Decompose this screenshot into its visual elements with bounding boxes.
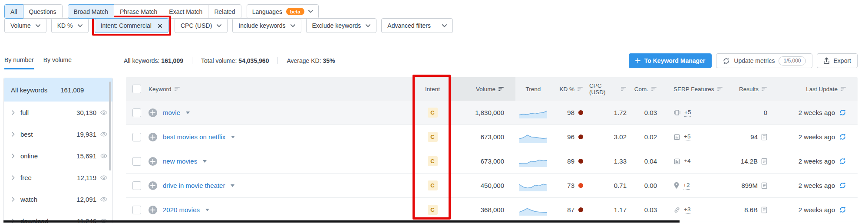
keyword-expand-icon[interactable] — [205, 209, 209, 211]
sort-icon[interactable] — [175, 87, 180, 92]
add-to-list-icon[interactable] — [149, 133, 157, 141]
volume-filter-dropdown[interactable]: Volume — [4, 18, 46, 33]
advanced-filters-dropdown[interactable]: Advanced filters — [381, 18, 453, 33]
tab-broad-match[interactable]: Broad Match — [68, 4, 114, 19]
kd-filter-dropdown[interactable]: KD % — [51, 18, 89, 33]
tab-questions[interactable]: Questions — [23, 4, 63, 19]
chevron-down-icon — [366, 24, 370, 27]
column-header-volume[interactable]: Volume — [450, 77, 515, 101]
refresh-metrics-icon[interactable] — [839, 109, 846, 116]
refresh-metrics-icon[interactable] — [839, 133, 846, 141]
trend-sparkline — [519, 180, 547, 191]
refresh-metrics-icon[interactable] — [839, 206, 846, 213]
tab-related[interactable]: Related — [208, 4, 241, 19]
eye-icon[interactable] — [100, 132, 107, 137]
results-value: 899M — [741, 182, 758, 189]
update-metrics-button[interactable]: Update metrics 1/5,000 — [716, 53, 812, 68]
serp-features-more-link[interactable]: +4 — [684, 157, 690, 165]
keyword-link[interactable]: new movies — [163, 157, 197, 165]
column-header-kd[interactable]: KD % — [551, 77, 589, 101]
kd-difficulty-dot — [578, 207, 583, 212]
export-icon — [823, 57, 830, 64]
eye-icon[interactable] — [100, 175, 107, 180]
column-header-intent[interactable]: Intent — [415, 77, 450, 101]
add-to-list-icon[interactable] — [149, 157, 157, 166]
group-count: 161,009 — [60, 86, 84, 94]
keyword-expand-icon[interactable] — [231, 184, 234, 187]
cpc-filter-dropdown[interactable]: CPC (USD) — [175, 18, 228, 33]
sidebar-item-free[interactable]: free 12,119 — [4, 167, 112, 188]
row-checkbox[interactable] — [132, 133, 141, 141]
sort-icon[interactable] — [578, 87, 583, 92]
results-value: 8.6B — [744, 206, 758, 213]
sidebar-item-full[interactable]: full 30,130 — [4, 102, 112, 123]
sort-icon[interactable] — [651, 87, 657, 92]
keyword-magic-tool-page: All Questions Broad Match Phrase Match E… — [0, 0, 868, 223]
tab-by-number[interactable]: By number — [4, 56, 34, 69]
eye-icon[interactable] — [100, 110, 107, 115]
close-icon[interactable] — [158, 23, 162, 28]
column-header-keyword[interactable]: Keyword — [148, 77, 415, 101]
sort-icon[interactable] — [621, 87, 627, 92]
add-to-list-icon[interactable] — [149, 108, 157, 117]
sidebar-item-best[interactable]: best 19,931 — [4, 123, 112, 145]
languages-label: Languages — [252, 8, 282, 15]
row-checkbox[interactable] — [132, 206, 141, 214]
keyword-expand-icon[interactable] — [186, 112, 190, 114]
serp-snapshot-icon[interactable] — [761, 134, 767, 141]
export-button[interactable]: Export — [817, 53, 858, 68]
sort-icon[interactable] — [841, 87, 846, 92]
select-all-checkbox[interactable] — [132, 85, 141, 93]
serp-snapshot-icon[interactable] — [761, 207, 767, 213]
keyword-link[interactable]: best movies on netflix — [163, 133, 225, 141]
column-header-serp-features[interactable]: SERP Features — [667, 77, 723, 101]
exclude-keywords-dropdown[interactable]: Exclude keywords — [306, 18, 377, 33]
serp-features-more-link[interactable]: +5 — [684, 108, 691, 117]
sort-icon[interactable] — [717, 87, 723, 92]
keyword-expand-icon[interactable] — [203, 160, 207, 163]
languages-dropdown[interactable]: Languages beta — [247, 4, 319, 19]
serp-snapshot-icon[interactable] — [761, 158, 767, 165]
keyword-groups-sidebar: All keywords 161,009 full 30,130 best 19… — [3, 78, 113, 223]
news-icon — [673, 158, 680, 165]
intent-badge-commercial: C — [428, 156, 438, 166]
column-header-trend[interactable]: Trend — [515, 77, 551, 101]
results-value: 0 — [764, 109, 767, 116]
sidebar-item-all-keywords[interactable]: All keywords 161,009 — [4, 78, 112, 102]
row-checkbox[interactable] — [132, 108, 141, 117]
add-to-list-icon[interactable] — [149, 181, 157, 190]
keyword-expand-icon[interactable] — [231, 136, 235, 138]
serp-features-more-link[interactable]: +5 — [684, 133, 690, 141]
column-header-competition[interactable]: Com. — [636, 77, 667, 101]
column-header-results[interactable]: Results — [723, 77, 779, 101]
refresh-metrics-icon[interactable] — [839, 157, 846, 165]
stat-average-kd: Average KD: 35% — [277, 57, 343, 64]
sort-icon[interactable] — [498, 87, 504, 92]
add-to-list-icon[interactable] — [149, 206, 157, 214]
chevron-down-icon — [442, 24, 447, 27]
serp-snapshot-icon[interactable] — [761, 182, 767, 189]
include-keywords-dropdown[interactable]: Include keywords — [232, 18, 301, 33]
sort-icon[interactable] — [762, 87, 767, 92]
sidebar-scrollbar[interactable] — [109, 82, 111, 171]
serp-features-more-link[interactable]: +2 — [683, 181, 690, 190]
intent-commercial-filter-chip[interactable]: Intent: Commercial — [95, 18, 168, 33]
beta-badge: beta — [286, 8, 304, 15]
row-checkbox[interactable] — [132, 157, 141, 166]
news-icon — [673, 134, 680, 141]
column-header-cpc[interactable]: CPC (USD) — [589, 77, 636, 101]
keyword-link[interactable]: 2020 movies — [163, 206, 200, 213]
refresh-metrics-icon[interactable] — [839, 182, 846, 189]
eye-icon[interactable] — [100, 197, 107, 202]
keyword-link[interactable]: drive in movie theater — [163, 182, 225, 189]
tab-all[interactable]: All — [4, 4, 23, 19]
to-keyword-manager-button[interactable]: To Keyword Manager — [629, 53, 712, 68]
column-header-last-update[interactable]: Last Update — [779, 77, 858, 101]
sidebar-item-watch[interactable]: watch 12,091 — [4, 188, 112, 210]
row-checkbox[interactable] — [132, 181, 141, 190]
serp-features-more-link[interactable]: +3 — [684, 206, 690, 214]
eye-icon[interactable] — [100, 154, 107, 158]
tab-by-volume[interactable]: By volume — [43, 56, 72, 69]
keyword-link[interactable]: movie — [163, 109, 180, 116]
sidebar-item-online[interactable]: online 15,691 — [4, 145, 112, 167]
